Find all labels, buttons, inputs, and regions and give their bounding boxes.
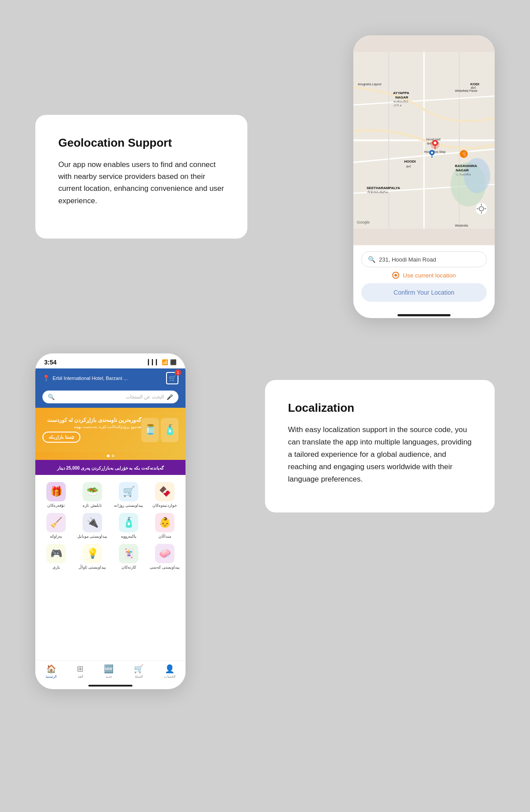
address-search-bar[interactable]: 🔍 231, Hoodi Main Road [361,251,487,267]
use-current-location-button[interactable]: Use current location [361,272,487,279]
category-label-6: پاکیەرووه [121,534,136,539]
category-item[interactable]: 💡 پیداویستی ئاواڵ [74,541,110,572]
svg-text:Hoodi Bus Stop: Hoodi Bus Stop [424,150,446,154]
category-item[interactable]: 🎁 تۆفەرەکان [38,479,74,510]
product-2: 🧴 [161,418,178,442]
nav-home[interactable]: 🏠 الرئيسية [45,664,57,679]
category-item[interactable]: 👶 منداڵان [147,510,183,541]
address-text: 231, Hoodi Main Road [379,256,436,263]
new-nav-label: جدید [106,675,112,679]
localization-text-card: Localization With easy localization supp… [265,380,495,512]
categories-nav-label: القة [78,675,83,679]
svg-text:ಅಯ್ಯಪ್ಪ: ಅಯ್ಯಪ್ಪ [393,100,409,103]
nav-categories[interactable]: ⊞ القة [77,664,83,679]
category-item[interactable]: 🧹 یەزاوکه [38,510,74,541]
category-icon-daily: 🛒 [119,482,138,501]
category-icon-hygiene: 🧴 [119,513,138,532]
status-icons: ▎▎▎ 📶 ⬛ [148,359,177,365]
svg-point-35 [431,152,433,154]
search-placeholder: البحث عن المنتجات [57,394,164,400]
banner-text: گەورەترین ناومەندی بازاڕکردن لە کوردست ھ… [42,417,141,443]
category-icon-snacks: 🍫 [155,482,174,501]
svg-text:Google: Google [357,220,370,224]
dot-2 [112,455,114,457]
location-text: Erbil International Hotel, Barzani ... [53,376,128,381]
wifi-icon: 📶 [162,359,168,365]
location-row: 📍 Erbil International Hotel, Barzani ... [42,375,166,382]
category-icon-cards: 🃏 [119,544,138,563]
search-input-row[interactable]: 🔍 البحث عن المنتجات 🎤 [42,391,178,403]
pin-icon: 📍 [42,375,50,382]
svg-text:Hoodi Hall: Hoodi Hall [426,138,441,141]
svg-text:KODI: KODI [470,82,479,86]
category-label-3: خواردنیەوەکان [152,503,177,508]
bottom-nav: 🏠 الرئيسية ⊞ القة 🆕 جدید 🛒 السلة 👤 الحسا… [35,660,186,682]
status-bar: 3:54 ▎▎▎ 📶 ⬛ [35,353,186,368]
category-item[interactable]: 🔌 پیداویستی موبایل [74,510,110,541]
account-nav-label: الحساب [164,675,175,679]
cart-count: 1 [175,369,181,376]
svg-text:ಸೀತಾರಾಮಪಾಳ್ಯ: ಸೀತಾರಾಮಪಾಳ್ಯ [367,190,388,194]
category-label-4: یەزاوکه [50,534,62,539]
banner-products: 🫙 🧴 [141,418,178,442]
svg-text:ನಗರ: ನಗರ [393,104,402,107]
svg-text:NAGAR: NAGAR [395,95,409,99]
status-time: 3:54 [44,359,57,366]
use-current-location-label: Use current location [403,272,456,279]
home-nav-icon: 🏠 [46,664,56,674]
category-label-10: کارتەکان [121,565,136,569]
dot-1 [107,455,110,457]
category-item[interactable]: 🎮 یاری [38,541,74,572]
svg-point-32 [434,142,436,144]
cashback-text: گەياندنەکەت بکە بە خۆرايی بەبازاڕکردن پە… [57,466,164,471]
category-icon-offers: 🎁 [46,482,66,501]
category-item[interactable]: 🧴 پاکیەرووه [110,510,147,541]
product-1: 🫙 [141,418,159,442]
phone-bottom-panel: 🔍 231, Hoodi Main Road Use current locat… [353,245,495,311]
nav-new[interactable]: 🆕 جدید [104,664,114,679]
category-label-11: پیداویستی کەسی [150,565,180,569]
localization-description: With easy localization support in the so… [288,424,472,486]
svg-text:BASAVANNA: BASAVANNA [455,164,477,168]
category-item[interactable]: 🍫 خواردنیەوەکان [147,479,183,510]
search-icon-app: 🔍 [48,394,55,400]
promo-banner: گەورەترین ناومەندی بازاڕکردن لە کوردست ھ… [35,408,186,452]
banner-button[interactable]: ئێستا بازاڕبکە [42,432,80,443]
category-icon-games: 🎮 [46,544,66,563]
category-icon-mobile: 🔌 [83,513,102,532]
geolocation-description: Our app now enables users to find and co… [58,159,224,207]
banner-title: گەورەترین ناومەندی بازاڕکردن لە کوردست [42,417,141,423]
category-item[interactable]: 🛒 پیداویستی روژانه [110,479,147,510]
new-nav-icon: 🆕 [104,664,114,674]
map-phone-mockup: AYYAPPA NAGAR ಅಯ್ಯಪ್ಪ ನಗರ HOODI ಹೂಡಿ BAS… [353,35,495,318]
cart-nav-icon: 🛒 [134,664,144,674]
svg-text:NAGAR: NAGAR [456,168,469,172]
category-label-1: تابلیش تازه [83,503,102,508]
geolocation-text-card: Geolocation Support Our app now enables … [35,115,247,239]
svg-text:ಕೊಡಿ: ಕೊಡಿ [470,86,476,90]
cart-nav-label: السلة [135,675,143,679]
category-label-5: پیداویستی موبایل [77,534,108,539]
category-label-8: یاری [53,565,60,569]
localization-title: Localization [288,401,472,415]
cashback-banner: گەياندنەکەت بکە بە خۆرايی بەبازاڕکردن پە… [35,460,186,475]
svg-text:Windmills: Windmills [455,224,468,227]
svg-text:Whitefield Panel: Whitefield Panel [455,89,477,92]
search-icon: 🔍 [368,256,375,263]
category-label-0: تۆفەرەکان [47,503,65,508]
home-indicator [398,314,450,316]
nav-cart[interactable]: 🛒 السلة [134,664,144,679]
nav-account[interactable]: 👤 الحساب [164,664,175,679]
category-label-7: منداڵان [159,534,171,539]
category-item[interactable]: 🃏 کارتەکان [110,541,147,572]
category-item[interactable]: 🥗 تابلیش تازه [74,479,110,510]
svg-text:Anugraha Layout: Anugraha Layout [358,83,381,86]
home-nav-label: الرئيسية [45,675,57,679]
banner-subtitle: ھەموو پرۆدوکتەکانت لێرە بەدەست بھێنە [42,425,141,429]
svg-text:SEETHARAMPALYA: SEETHARAMPALYA [367,186,400,190]
search-bar-section: 🔍 البحث عن المنتجات 🎤 [35,388,186,408]
category-item[interactable]: 🧼 پیداویستی کەسی [147,541,183,572]
confirm-location-button[interactable]: Confirm Your Location [361,283,487,302]
bottom-section: 3:54 ▎▎▎ 📶 ⬛ 📍 Erbil International Hotel… [0,345,530,725]
cart-badge[interactable]: 🛒 1 [166,372,178,384]
